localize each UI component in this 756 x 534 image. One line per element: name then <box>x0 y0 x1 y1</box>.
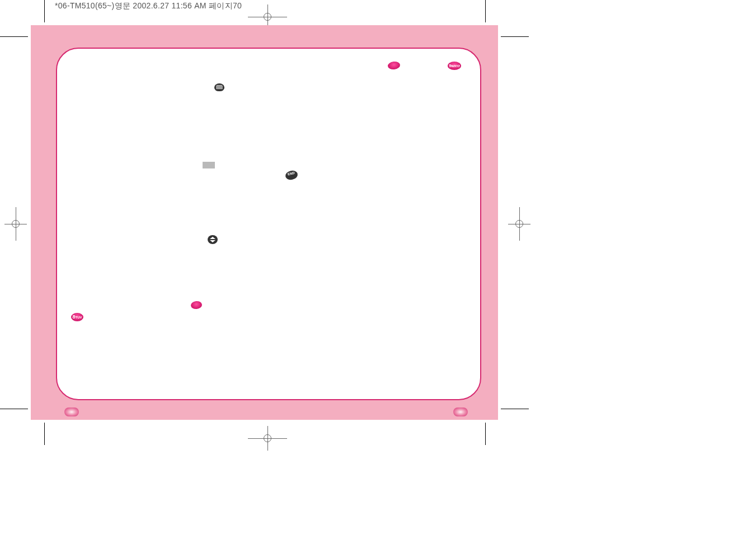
crop-mark <box>44 423 45 445</box>
menu-key-icon <box>214 82 224 92</box>
crop-mark <box>501 36 529 37</box>
registration-mark-icon <box>262 433 273 444</box>
placeholder-box <box>203 160 215 170</box>
nav-key-icon <box>208 234 218 244</box>
crop-mark <box>44 0 45 22</box>
crop-mark <box>501 409 529 409</box>
crop-mark <box>0 409 28 409</box>
key-9-icon: 9WXYZ <box>448 60 461 71</box>
content-panel <box>56 48 481 400</box>
end-key-icon: END <box>285 170 298 180</box>
crop-mark <box>0 36 28 37</box>
crop-mark <box>485 0 486 22</box>
registration-mark-icon <box>514 218 525 229</box>
page-tab-left <box>64 407 79 416</box>
crop-mark <box>485 423 486 445</box>
registration-mark-icon <box>262 11 273 22</box>
top-key-icon <box>388 60 400 70</box>
mid-key-icon <box>191 299 202 310</box>
document-header: *06-TM510(65~)영문 2002.6.27 11:56 AM 페이지7… <box>55 1 242 11</box>
key-8-icon: 8TUV <box>71 312 83 322</box>
registration-mark-icon <box>10 218 21 229</box>
page-tab-right <box>453 407 468 416</box>
